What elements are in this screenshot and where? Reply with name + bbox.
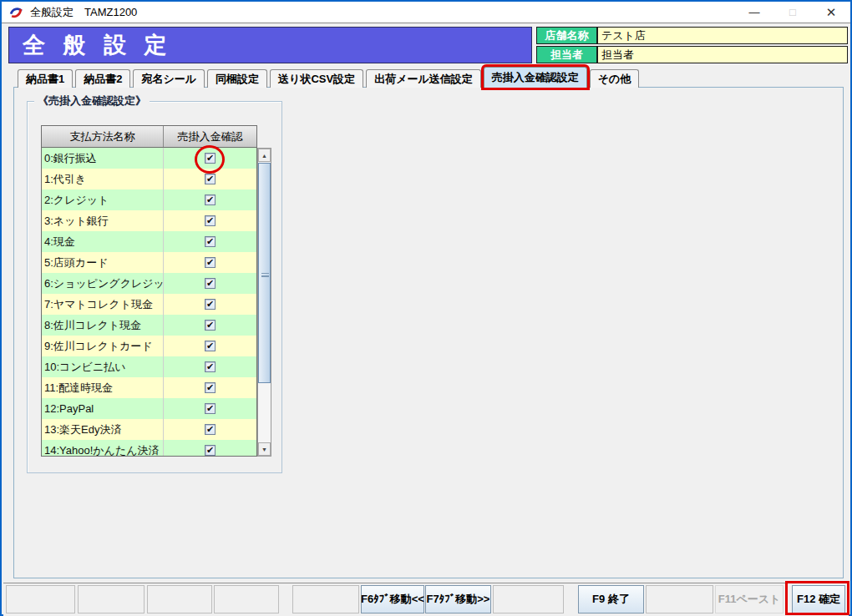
f6-tab-move-back-button[interactable]: F6ﾀﾌﾞ移動<< xyxy=(361,585,424,613)
app-window: 全般設定 TAMZ1200 — □ ✕ 全 般 設 定 店舗名称 テスト店 担当… xyxy=(0,0,852,616)
check-cell: ✔ xyxy=(164,315,256,336)
payment-name-cell: 4:現金 xyxy=(42,231,164,252)
checkbox-icon[interactable]: ✔ xyxy=(205,278,216,289)
tab-delivery-note-1[interactable]: 納品書1 xyxy=(18,69,73,88)
payment-name-cell: 0:銀行振込 xyxy=(42,148,164,169)
header-payment-confirm: 売掛入金確認 xyxy=(164,126,256,147)
payment-name-cell: 7:ヤマトコレクト現金 xyxy=(42,294,164,315)
table-row[interactable]: 14:Yahoo!かんたん決済 ✔ xyxy=(42,440,256,457)
table-row[interactable]: 11:配達時現金 ✔ xyxy=(42,377,256,398)
check-cell: ✔ xyxy=(164,356,256,377)
checkbox-icon[interactable]: ✔ xyxy=(205,215,216,226)
window-title: 全般設定 TAMZ1200 xyxy=(30,5,137,20)
header-payment-method: 支払方法名称 xyxy=(42,126,164,147)
table-row[interactable]: 10:コンビニ払い ✔ xyxy=(42,356,256,377)
checkbox-icon[interactable]: ✔ xyxy=(205,194,216,205)
blank-button-3[interactable] xyxy=(147,585,212,613)
checkbox-icon[interactable]: ✔ xyxy=(205,403,216,414)
scrollbar-up-button[interactable]: ▲ xyxy=(258,149,271,162)
close-button[interactable]: ✕ xyxy=(812,2,850,23)
tab-sales-payment-confirm-settings[interactable]: 売掛入金確認設定 xyxy=(484,67,587,88)
table-row[interactable]: 7:ヤマトコレクト現金 ✔ xyxy=(42,294,256,315)
blank-button-5[interactable] xyxy=(292,585,359,613)
f11-paste-button: F11ペースト xyxy=(715,585,784,613)
checkbox-icon[interactable]: ✔ xyxy=(205,320,216,331)
table-row[interactable]: 5:店頭カード ✔ xyxy=(42,252,256,273)
table-row[interactable]: 9:佐川コレクトカード ✔ xyxy=(42,336,256,356)
blank-button-6[interactable] xyxy=(493,585,564,613)
table-row[interactable]: 12:PayPal ✔ xyxy=(42,398,256,419)
checkbox-icon[interactable]: ✔ xyxy=(205,299,216,310)
payment-name-cell: 8:佐川コレクト現金 xyxy=(42,315,164,336)
payment-name-cell: 1:代引き xyxy=(42,169,164,189)
payment-name-cell: 11:配達時現金 xyxy=(42,377,164,398)
blank-button-1[interactable] xyxy=(6,585,75,613)
f7-tab-move-forward-button[interactable]: F7ﾀﾌﾞ移動>> xyxy=(425,585,491,613)
check-cell: ✔ xyxy=(164,210,256,231)
annotation-circle-first-checkbox xyxy=(195,145,225,174)
check-cell: ✔ xyxy=(164,273,256,294)
checkbox-icon[interactable]: ✔ xyxy=(205,257,216,268)
checkbox-icon[interactable]: ✔ xyxy=(205,382,216,393)
table-row[interactable]: 1:代引き ✔ xyxy=(42,169,256,189)
checkbox-icon[interactable]: ✔ xyxy=(205,424,216,435)
store-name-label: 店舗名称 xyxy=(536,27,597,44)
tab-strip: 納品書1 納品書2 宛名シール 同梱設定 送り状CSV設定 出荷メール送信設定 … xyxy=(18,68,639,88)
table-row[interactable]: 8:佐川コレクト現金 ✔ xyxy=(42,315,256,336)
window-controls: — □ ✕ xyxy=(735,2,850,23)
store-name-field[interactable]: テスト店 xyxy=(597,27,848,44)
scrollbar-grip-icon xyxy=(261,273,269,277)
blank-button-4[interactable] xyxy=(214,585,279,613)
table-row[interactable]: 3:ネット銀行 ✔ xyxy=(42,210,256,231)
payment-name-cell: 5:店頭カード xyxy=(42,252,164,273)
check-cell: ✔ xyxy=(164,294,256,315)
tab-others[interactable]: その他 xyxy=(590,69,640,88)
tab-address-seal[interactable]: 宛名シール xyxy=(133,69,205,88)
minimize-button[interactable]: — xyxy=(735,2,773,23)
tab-bundle-settings[interactable]: 同梱設定 xyxy=(207,69,267,88)
checkbox-icon[interactable]: ✔ xyxy=(205,361,216,372)
payment-name-cell: 12:PayPal xyxy=(42,398,164,419)
table-row[interactable]: 13:楽天Edy決済 ✔ xyxy=(42,419,256,440)
table-row[interactable]: 4:現金 ✔ xyxy=(42,231,256,252)
tab-delivery-note-2[interactable]: 納品書2 xyxy=(75,69,130,88)
scrollbar-down-button[interactable]: ▼ xyxy=(258,442,271,456)
maximize-button: □ xyxy=(773,2,812,23)
blank-button-2[interactable] xyxy=(78,585,145,613)
payment-name-cell: 3:ネット銀行 xyxy=(42,210,164,231)
check-cell: ✔ xyxy=(164,440,256,457)
check-cell: ✔ xyxy=(164,189,256,210)
scrollbar-thumb[interactable] xyxy=(258,163,271,383)
tab-shipping-mail-settings[interactable]: 出荷メール送信設定 xyxy=(366,69,481,88)
blank-button-7[interactable] xyxy=(646,585,713,613)
check-cell: ✔ xyxy=(164,419,256,440)
table-scrollbar[interactable]: ▲ ▼ xyxy=(257,148,271,457)
checkbox-icon[interactable]: ✔ xyxy=(205,445,216,456)
app-icon xyxy=(9,5,23,19)
function-key-toolbar: F6ﾀﾌﾞ移動<< F7ﾀﾌﾞ移動>> F9 終了 F11ペースト F12 確定 xyxy=(3,583,849,616)
person-label: 担当者 xyxy=(536,46,597,63)
check-cell: ✔ xyxy=(164,252,256,273)
person-field[interactable]: 担当者 xyxy=(597,46,848,63)
payment-name-cell: 10:コンビニ払い xyxy=(42,356,164,377)
table-row[interactable]: 6:ショッピングクレジット ✔ xyxy=(42,273,256,294)
payment-name-cell: 6:ショッピングクレジット xyxy=(42,273,164,294)
check-cell: ✔ xyxy=(164,398,256,419)
page-title: 全 般 設 定 xyxy=(8,27,532,63)
title-bar: 全般設定 TAMZ1200 — □ ✕ xyxy=(2,2,850,23)
payment-name-cell: 13:楽天Edy決済 xyxy=(42,419,164,440)
payment-name-cell: 9:佐川コレクトカード xyxy=(42,336,164,356)
checkbox-icon[interactable]: ✔ xyxy=(205,236,216,247)
f9-exit-button[interactable]: F9 終了 xyxy=(578,585,644,613)
tab-invoice-csv-settings[interactable]: 送り状CSV設定 xyxy=(270,69,363,88)
table-body: 0:銀行振込 ✔ 1:代引き ✔ 2:クレジット ✔ 3:ネット銀行 ✔ 4:現… xyxy=(41,148,257,457)
payment-method-table: 支払方法名称 売掛入金確認 0:銀行振込 ✔ 1:代引き ✔ 2:クレジット ✔… xyxy=(41,125,271,457)
table-row[interactable]: 2:クレジット ✔ xyxy=(42,189,256,210)
checkbox-icon[interactable]: ✔ xyxy=(205,341,216,351)
annotation-box-f12 xyxy=(785,581,849,615)
checkbox-icon[interactable]: ✔ xyxy=(205,174,216,184)
table-header-row: 支払方法名称 売掛入金確認 xyxy=(41,125,257,148)
groupbox-title: 《売掛入金確認設定》 xyxy=(34,93,150,109)
payment-name-cell: 14:Yahoo!かんたん決済 xyxy=(42,440,164,457)
payment-name-cell: 2:クレジット xyxy=(42,189,164,210)
